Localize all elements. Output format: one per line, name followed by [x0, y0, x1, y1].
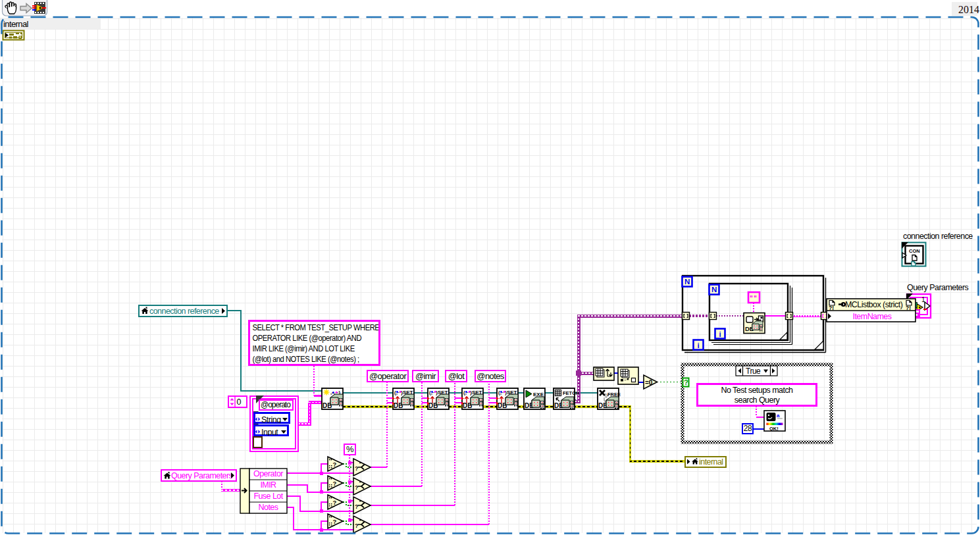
- svg-text:String: String: [261, 415, 281, 423]
- svg-text:Query Parameters: Query Parameters: [171, 471, 233, 480]
- svg-text:Input: Input: [261, 428, 278, 436]
- svg-text:0: 0: [237, 397, 242, 407]
- svg-text:CON: CON: [909, 248, 920, 254]
- svg-text:=0: =0: [645, 379, 653, 386]
- svg-text:?: ?: [684, 378, 688, 386]
- svg-text:internal: internal: [699, 457, 723, 467]
- svg-text:N: N: [684, 278, 690, 286]
- svg-text:OK!: OK!: [769, 426, 779, 432]
- svg-text:i: i: [698, 342, 700, 349]
- svg-text:connection reference: connection reference: [149, 307, 219, 316]
- svg-text:?!: ?!: [829, 305, 834, 311]
- svg-text:?: ?: [355, 465, 359, 472]
- svg-text:N: N: [711, 286, 717, 293]
- svg-text:?: ?: [333, 461, 337, 468]
- svg-text:i: i: [719, 330, 721, 338]
- svg-text:True: True: [746, 367, 761, 376]
- svg-text:a: a: [777, 413, 780, 419]
